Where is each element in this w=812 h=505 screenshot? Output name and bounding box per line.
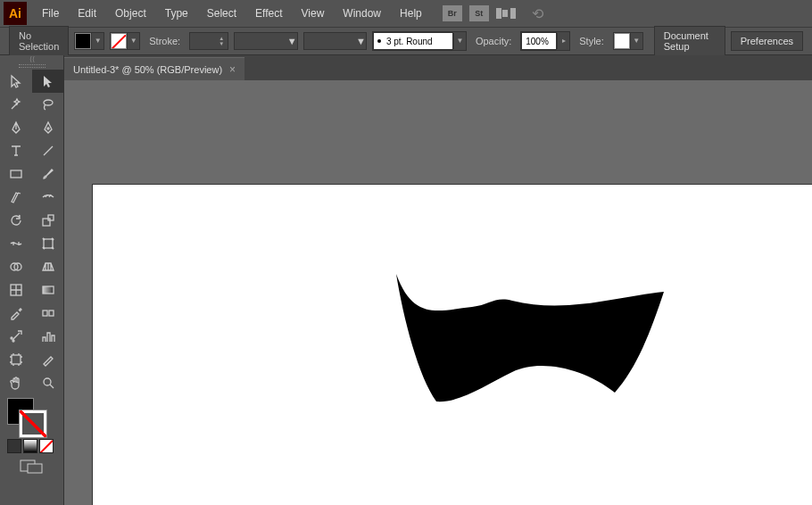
- color-mode-gradient[interactable]: [23, 439, 37, 453]
- svg-point-15: [44, 378, 51, 385]
- panel-drag-grip[interactable]: [19, 64, 46, 68]
- preferences-button[interactable]: Preferences: [731, 31, 803, 51]
- sync-icon[interactable]: ⟲: [532, 5, 543, 22]
- symbol-sprayer-tool[interactable]: [0, 325, 32, 348]
- perspective-grid-tool[interactable]: [32, 255, 64, 278]
- menu-bar: Ai File Edit Object Type Select Effect V…: [0, 0, 812, 27]
- zoom-tool[interactable]: [32, 371, 64, 394]
- fill-stroke-box[interactable]: [0, 394, 63, 437]
- eyedropper-tool[interactable]: [0, 302, 32, 325]
- arrange-documents-icon[interactable]: ▼: [496, 8, 516, 19]
- magic-wand-tool[interactable]: [0, 93, 32, 116]
- variable-width-profile[interactable]: ▼: [234, 32, 297, 50]
- mesh-tool[interactable]: [0, 278, 32, 302]
- menu-object[interactable]: Object: [106, 4, 155, 23]
- width-tool[interactable]: [0, 232, 32, 255]
- svg-rect-17: [28, 464, 42, 473]
- stroke-weight-input[interactable]: ▲▼: [189, 32, 228, 50]
- document-setup-button[interactable]: Document Setup: [654, 26, 725, 56]
- stock-button[interactable]: St: [469, 5, 489, 21]
- slice-tool[interactable]: [32, 348, 64, 371]
- lasso-tool[interactable]: [32, 93, 64, 116]
- artboard[interactable]: [93, 185, 812, 505]
- menu-type[interactable]: Type: [156, 4, 197, 23]
- stroke-label: Stroke:: [149, 36, 180, 46]
- app-logo: Ai: [4, 2, 27, 25]
- document-tab-title: Untitled-3* @ 50% (RGB/Preview): [73, 64, 222, 75]
- color-mode-none[interactable]: [39, 439, 54, 453]
- svg-rect-5: [44, 239, 53, 248]
- tools-panel: [0, 55, 64, 505]
- color-mode-row: [0, 437, 63, 455]
- stroke-profile[interactable]: 3 pt. Round ▼: [372, 31, 467, 51]
- style-swatch[interactable]: ▼: [613, 32, 643, 50]
- menu-extras: Br St ▼ ⟲: [443, 5, 543, 22]
- paintbrush-tool[interactable]: [32, 162, 64, 186]
- style-label: Style:: [579, 36, 604, 46]
- svg-rect-2: [11, 170, 21, 178]
- direct-selection-tool[interactable]: [32, 70, 64, 93]
- scale-tool[interactable]: [32, 209, 64, 232]
- rotate-tool[interactable]: [0, 209, 32, 232]
- curvature-tool[interactable]: [32, 116, 64, 139]
- menu-window[interactable]: Window: [334, 4, 390, 23]
- selection-indicator: No Selection: [9, 26, 69, 56]
- opacity-input[interactable]: 100%▸: [520, 31, 570, 51]
- rectangle-tool[interactable]: [0, 162, 32, 186]
- svg-rect-9: [43, 286, 54, 294]
- eraser-tool[interactable]: [32, 186, 64, 209]
- selection-tool[interactable]: [0, 70, 32, 93]
- document-tab-bar: Untitled-3* @ 50% (RGB/Preview) ×: [64, 55, 812, 80]
- stroke-swatch[interactable]: ▼: [110, 32, 140, 50]
- pen-tool[interactable]: [0, 116, 32, 139]
- svg-rect-3: [43, 219, 50, 226]
- column-graph-tool[interactable]: [32, 325, 64, 348]
- fill-swatch[interactable]: ▼: [74, 32, 104, 50]
- svg-point-13: [12, 340, 14, 342]
- canvas-area: Untitled-3* @ 50% (RGB/Preview) ×: [64, 55, 812, 505]
- svg-point-12: [11, 337, 12, 339]
- menu-view[interactable]: View: [293, 4, 334, 23]
- line-tool[interactable]: [32, 139, 64, 162]
- bridge-button[interactable]: Br: [443, 5, 462, 21]
- menu-select[interactable]: Select: [198, 4, 245, 23]
- brush-definition[interactable]: ▼: [303, 32, 367, 50]
- svg-rect-4: [48, 215, 54, 220]
- close-tab-icon[interactable]: ×: [229, 63, 236, 76]
- stroke-color-swatch[interactable]: [20, 410, 46, 437]
- menu-effect[interactable]: Effect: [246, 4, 291, 23]
- artboard-tool[interactable]: [0, 348, 32, 371]
- canvas-path-shape[interactable]: [387, 269, 673, 412]
- menu-help[interactable]: Help: [391, 4, 431, 23]
- screen-mode-row[interactable]: [0, 455, 63, 478]
- color-mode-color[interactable]: [7, 439, 21, 453]
- document-tab[interactable]: Untitled-3* @ 50% (RGB/Preview) ×: [64, 57, 244, 80]
- gradient-tool[interactable]: [32, 278, 64, 302]
- opacity-label: Opacity:: [476, 36, 511, 46]
- svg-point-1: [47, 128, 49, 129]
- shaper-tool[interactable]: [0, 186, 32, 209]
- menu-edit[interactable]: Edit: [69, 4, 105, 23]
- blend-tool[interactable]: [32, 302, 64, 325]
- menu-file[interactable]: File: [33, 4, 68, 23]
- stroke-profile-value: 3 pt. Round: [386, 37, 433, 46]
- type-tool[interactable]: [0, 139, 32, 162]
- svg-rect-14: [12, 355, 21, 364]
- control-bar: No Selection ▼ ▼ Stroke: ▲▼ ▼ ▼ 3 pt. Ro…: [0, 27, 812, 55]
- free-transform-tool[interactable]: [32, 232, 64, 255]
- panel-collapse-grip[interactable]: [0, 55, 63, 62]
- svg-rect-11: [49, 310, 54, 316]
- shape-builder-tool[interactable]: [0, 255, 32, 278]
- hand-tool[interactable]: [0, 371, 32, 394]
- svg-rect-10: [43, 310, 47, 316]
